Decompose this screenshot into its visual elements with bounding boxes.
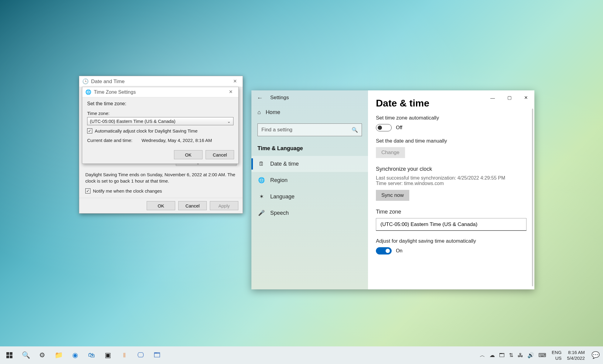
calendar-icon: 🗓 [258, 161, 265, 167]
notify-checkbox[interactable]: ✓ [85, 188, 90, 194]
notify-label: Notify me when the clock changes [93, 188, 162, 194]
ok-button[interactable]: OK [147, 201, 175, 210]
timezone-dropdown[interactable]: (UTC-05:00) Eastern Time (US & Canada) [376, 218, 526, 231]
network-icon[interactable]: 🖧 [518, 352, 523, 359]
tray-icon[interactable]: ⇅ [509, 352, 513, 359]
close-icon[interactable]: × [226, 89, 235, 96]
close-icon[interactable]: × [230, 78, 240, 85]
timezone-value: (UTC-05:00) Eastern Time (US & Canada) [380, 221, 477, 228]
sidebar-item-date-time[interactable]: 🗓 Date & time [251, 156, 368, 172]
globe-icon: 🌐 [85, 89, 91, 95]
sidebar-item-label: Home [266, 109, 280, 116]
sync-server-text: Time server: time.windows.com [376, 181, 526, 186]
dialog-title: Time Zone Settings [94, 89, 136, 95]
back-icon[interactable]: ← [257, 94, 263, 101]
maximize-button[interactable]: ▢ [501, 91, 518, 104]
current-datetime-value: Wednesday, May 4, 2022, 8:16 AM [141, 138, 212, 143]
auto-dst-checkbox[interactable]: ✓ [87, 128, 92, 133]
app-icon[interactable]: 🗔 [150, 348, 164, 362]
settings-sidebar: ← Settings ⌂ Home Find a setting 🔍 Time … [251, 90, 368, 289]
search-button[interactable]: 🔍 [19, 348, 33, 362]
apply-button[interactable]: Apply [210, 201, 238, 210]
auto-tz-toggle[interactable] [376, 124, 392, 131]
sync-last-text: Last successful time synchronization: 4/… [376, 175, 526, 181]
clock[interactable]: 8:16 AM 5/4/2022 [567, 349, 585, 361]
auto-tz-state: Off [396, 125, 402, 130]
dst-toggle[interactable] [376, 247, 392, 254]
app-icon[interactable]: 🖵 [134, 348, 148, 362]
sync-now-button[interactable]: Sync now [376, 190, 409, 201]
search-input[interactable]: Find a setting 🔍 [257, 123, 362, 136]
language-icon: ✶ [258, 193, 265, 200]
globe-icon: 🌐 [258, 177, 265, 184]
minimize-button[interactable]: ― [484, 91, 501, 104]
search-icon: 🔍 [352, 127, 358, 133]
sidebar-item-label: Region [270, 177, 288, 184]
action-center-icon[interactable]: 💬 [590, 348, 601, 362]
timezone-settings-dialog: 🌐 Time Zone Settings × Set the time zone… [82, 87, 239, 164]
sidebar-item-label: Language [270, 194, 295, 200]
sidebar-section-title: Time & Language [251, 142, 368, 156]
sidebar-item-home[interactable]: ⌂ Home [251, 105, 368, 120]
dialog-titlebar[interactable]: 🌐 Time Zone Settings × [82, 87, 238, 97]
home-icon: ⌂ [257, 109, 261, 116]
dialog-title: Date and Time [91, 79, 125, 85]
sidebar-item-language[interactable]: ✶ Language [251, 188, 368, 205]
cancel-button[interactable]: Cancel [206, 150, 234, 159]
sidebar-item-label: Speech [270, 210, 289, 216]
chevron-down-icon: ⌄ [227, 119, 231, 124]
sync-heading: Synchronize your clock [376, 166, 526, 172]
auto-tz-label: Set time zone automatically [376, 115, 526, 121]
keyboard-icon[interactable]: ⌨ [538, 352, 546, 359]
onedrive-icon[interactable]: ☁ [489, 352, 495, 359]
sidebar-item-label: Date & time [270, 161, 299, 167]
close-button[interactable]: ✕ [518, 91, 534, 104]
sidebar-item-speech[interactable]: 🎤 Speech [251, 205, 368, 221]
dst-label: Adjust for daylight saving time automati… [376, 238, 526, 244]
dialog-titlebar[interactable]: 🕓 Date and Time × [79, 76, 243, 87]
sidebar-item-region[interactable]: 🌐 Region [251, 172, 368, 188]
app-title: Settings [270, 95, 289, 101]
timezone-dropdown[interactable]: (UTC-05:00) Eastern Time (US & Canada) ⌄ [87, 117, 233, 125]
clock-icon: 🕓 [82, 78, 89, 85]
timezone-value: (UTC-05:00) Eastern Time (US & Canada) [90, 119, 175, 124]
store-icon[interactable]: 🛍 [84, 348, 98, 362]
timezone-label: Time zone: [87, 111, 233, 116]
taskbar: 🔍 ⚙ 📁 ◉ 🛍 ▣ ⦀ 🖵 🗔 ︿ ☁ 🗔 ⇅ 🖧 🔊 ⌨ ENG US 8… [0, 346, 603, 364]
dst-state: On [396, 248, 402, 254]
edge-icon[interactable]: ◉ [68, 348, 82, 362]
app-icon[interactable]: ⦀ [117, 348, 131, 362]
tray-overflow-icon[interactable]: ︿ [480, 352, 485, 359]
tray-icon[interactable]: 🗔 [499, 352, 505, 359]
terminal-icon[interactable]: ▣ [101, 348, 115, 362]
timezone-heading: Time zone [376, 209, 526, 215]
settings-content: ― ▢ ✕ Date & time Set time zone automati… [368, 90, 534, 289]
dst-info-text: Daylight Saving Time ends on Sunday, Nov… [85, 171, 237, 184]
start-button[interactable] [2, 348, 16, 362]
auto-dst-label: Automatically adjust clock for Daylight … [95, 128, 197, 133]
cancel-button[interactable]: Cancel [178, 201, 207, 210]
manual-datetime-label: Set the date and time manually [376, 138, 526, 144]
microphone-icon: 🎤 [258, 210, 265, 216]
search-placeholder: Find a setting [261, 127, 292, 133]
volume-icon[interactable]: 🔊 [527, 352, 534, 359]
settings-taskbar-icon[interactable]: ⚙ [35, 348, 49, 362]
set-timezone-label: Set the time zone: [87, 101, 233, 106]
ok-button[interactable]: OK [174, 150, 203, 159]
change-button[interactable]: Change [376, 147, 405, 158]
current-datetime-label: Current date and time: [87, 138, 132, 143]
settings-window: ← Settings ⌂ Home Find a setting 🔍 Time … [251, 90, 534, 289]
language-indicator[interactable]: ENG US [552, 349, 562, 361]
file-explorer-icon[interactable]: 📁 [52, 348, 66, 362]
